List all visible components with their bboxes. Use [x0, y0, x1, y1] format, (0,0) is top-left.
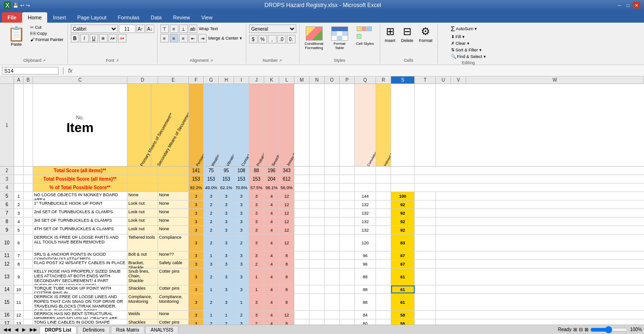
- cell-indexed[interactable]: 100: [391, 192, 415, 200]
- cell-item[interactable]: DERRICK IS FREE OF LOOSE LINES AND ROPES…: [33, 294, 127, 310]
- cell-t[interactable]: [415, 226, 436, 234]
- cell-p[interactable]: [340, 311, 355, 319]
- cell-j[interactable]: 1: [249, 285, 264, 293]
- r2-s[interactable]: [391, 167, 415, 175]
- cell-p[interactable]: [340, 294, 355, 310]
- cell-cumulative[interactable]: 88: [355, 268, 376, 285]
- cell-g[interactable]: 1: [204, 251, 219, 259]
- sheet-tab-risk-matrix[interactable]: Risk Matrix: [111, 326, 144, 334]
- col-header-k[interactable]: K: [264, 76, 279, 84]
- cell-p[interactable]: [340, 251, 355, 259]
- cell-cumulative[interactable]: 144: [355, 192, 376, 200]
- tab-nav-prev[interactable]: ◀: [13, 327, 20, 332]
- font-name-select[interactable]: Calibri: [71, 25, 118, 33]
- r3-j[interactable]: 153: [249, 175, 264, 183]
- r3-r[interactable]: [376, 175, 391, 183]
- r2-i[interactable]: 108: [234, 167, 249, 175]
- cell-i[interactable]: 3: [234, 319, 249, 325]
- cell-no[interactable]: 3: [14, 209, 24, 217]
- cell-rest[interactable]: [436, 311, 644, 319]
- cell-b[interactable]: [24, 217, 33, 225]
- cell-h[interactable]: 3: [219, 260, 234, 268]
- cell-1p[interactable]: [340, 84, 355, 166]
- cell-k[interactable]: 4: [264, 294, 279, 310]
- r2-g[interactable]: 75: [204, 167, 219, 175]
- cell-j[interactable]: 3: [249, 251, 264, 259]
- wrap-text-button[interactable]: Wrap Text: [198, 25, 219, 33]
- cell-r[interactable]: [376, 251, 391, 259]
- font-size-decrease[interactable]: A↓: [146, 25, 154, 33]
- r3-b[interactable]: [24, 175, 33, 183]
- cell-indexed[interactable]: 67: [391, 251, 415, 259]
- cell-primary[interactable]: Shackles: [127, 319, 158, 325]
- cell-g[interactable]: 2: [204, 226, 219, 234]
- cell-m[interactable]: [294, 319, 309, 325]
- cell-l[interactable]: 8: [279, 285, 294, 293]
- cell-primary[interactable]: Shackles: [127, 285, 158, 293]
- cell-k[interactable]: 4: [264, 226, 279, 234]
- cell-g[interactable]: 2: [204, 200, 219, 209]
- cell-secondary[interactable]: None: [158, 200, 189, 209]
- cell-secondary[interactable]: Compliance: [158, 234, 189, 251]
- cell-1i[interactable]: Contact with moving parts? (1=3, M=2, L=…: [234, 84, 249, 166]
- cell-j[interactable]: 3: [249, 209, 264, 217]
- r3-m[interactable]: [294, 175, 309, 183]
- sort-filter-button[interactable]: ⇅ Sort & Filter ▾: [450, 47, 483, 53]
- cell-1c[interactable]: No. Item: [33, 84, 127, 166]
- cell-f[interactable]: 3: [189, 209, 204, 217]
- sheet-tab-definitions[interactable]: Definitions: [77, 326, 110, 334]
- cell-f[interactable]: 3: [189, 217, 204, 225]
- cell-item[interactable]: TONG LINE CABLES IN GOOD SHAPE (ESPECIAL…: [33, 319, 127, 325]
- cell-k[interactable]: 4: [264, 260, 279, 268]
- percent-format[interactable]: %: [259, 35, 267, 43]
- border-button[interactable]: ⊞: [99, 34, 108, 42]
- cell-o[interactable]: [325, 311, 340, 319]
- col-header-c[interactable]: C: [33, 76, 127, 84]
- cell-h[interactable]: 3: [219, 294, 234, 310]
- cell-cumulative[interactable]: 120: [355, 234, 376, 251]
- cell-secondary[interactable]: Cotter pins: [158, 319, 189, 325]
- bold-button[interactable]: B: [71, 34, 79, 42]
- quick-access-redo[interactable]: ↪: [26, 3, 30, 8]
- cell-m[interactable]: [294, 217, 309, 225]
- quick-access-save[interactable]: 💾: [13, 3, 18, 8]
- cell-f[interactable]: 3: [189, 285, 204, 293]
- cell-cumulative[interactable]: 96: [355, 251, 376, 259]
- find-select-button[interactable]: 🔍 Find & Select ▾: [450, 54, 487, 59]
- tab-file[interactable]: File: [2, 12, 22, 23]
- cell-k[interactable]: 4: [264, 311, 279, 319]
- tab-view[interactable]: View: [196, 12, 218, 23]
- cell-j[interactable]: 3: [249, 217, 264, 225]
- cell-k[interactable]: 4: [264, 319, 279, 325]
- cell-t[interactable]: [415, 311, 436, 319]
- italic-button[interactable]: I: [80, 34, 89, 42]
- cell-k[interactable]: 4: [264, 251, 279, 259]
- cell-cumulative[interactable]: 80: [355, 319, 376, 325]
- cell-g[interactable]: 2: [204, 268, 219, 285]
- font-size-input[interactable]: [119, 25, 135, 33]
- merge-center-button[interactable]: Merge & Center ▾: [208, 34, 243, 42]
- indent-increase[interactable]: ⇥: [198, 34, 207, 42]
- cell-h[interactable]: 3: [219, 234, 234, 251]
- cell-secondary[interactable]: None: [158, 209, 189, 217]
- r4-n[interactable]: [309, 184, 325, 192]
- cell-t[interactable]: [415, 209, 436, 217]
- r4-l[interactable]: 56.0%: [279, 184, 294, 192]
- cell-b[interactable]: [24, 285, 33, 293]
- r2-c[interactable]: Total Score (all items)**: [33, 167, 127, 175]
- col-header-v[interactable]: V: [451, 76, 466, 84]
- col-header-n[interactable]: N: [309, 76, 325, 84]
- cell-k[interactable]: 4: [264, 268, 279, 285]
- tab-data[interactable]: Data: [145, 12, 167, 23]
- cell-rest[interactable]: [436, 285, 644, 293]
- cell-1r[interactable]: Indexed Risk Score (Cumulative Score(All…: [376, 84, 391, 166]
- cell-t[interactable]: [415, 217, 436, 225]
- cell-n[interactable]: [309, 319, 325, 325]
- r3-h[interactable]: 153: [219, 175, 234, 183]
- cell-l[interactable]: 12: [279, 200, 294, 209]
- cell-m[interactable]: [294, 209, 309, 217]
- cell-n[interactable]: [309, 268, 325, 285]
- cell-p[interactable]: [340, 192, 355, 200]
- col-header-o[interactable]: O: [325, 76, 340, 84]
- cell-secondary[interactable]: None: [158, 217, 189, 225]
